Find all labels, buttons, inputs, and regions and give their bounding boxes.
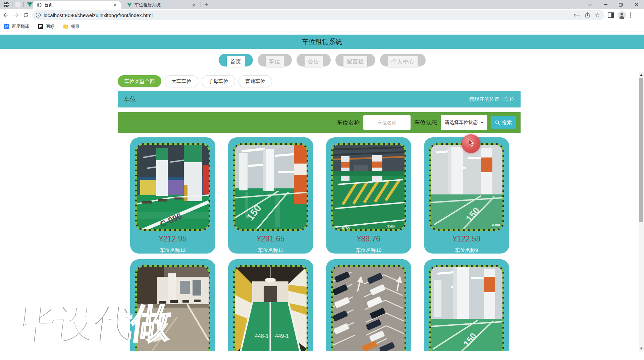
site-header: 车位租赁系统 [0, 35, 644, 49]
parking-photo: 448-1 449-1 [233, 265, 308, 355]
back-button[interactable] [1, 11, 10, 19]
scroll-up-arrow[interactable] [639, 72, 644, 78]
parking-card[interactable]: 150 [424, 259, 509, 360]
name-field-label: 车位名称 [337, 119, 360, 127]
window-controls [582, 0, 644, 9]
parking-card[interactable]: 498 499 ¥89.76 车位名称10 [326, 137, 411, 254]
address-bar[interactable]: localhost:8080/cheweizulinxitong/front/i… [32, 10, 604, 20]
tab-close-icon[interactable] [112, 2, 117, 8]
reload-button[interactable] [21, 11, 30, 19]
section-title: 车位 [124, 95, 136, 103]
nav-label: 留言板 [343, 56, 367, 68]
parking-card[interactable] [326, 259, 411, 360]
search-bar: 车位名称 车位状态 请选择车位状态 搜索 [118, 112, 521, 133]
close-button[interactable] [629, 0, 644, 9]
parking-card[interactable]: 150 ¥291.65 车位名称11 [228, 137, 313, 254]
scrollbar-thumb[interactable] [639, 78, 643, 222]
vue-logo-icon[interactable] [27, 2, 33, 7]
bookmark-icons[interactable]: 图标 [38, 24, 54, 30]
browser-tab-strip: 首页 车位租赁系统 [0, 0, 644, 9]
profile-avatar[interactable] [618, 11, 626, 19]
tab-close-icon[interactable] [191, 2, 196, 8]
nav-item-parking[interactable]: 车位 [258, 54, 292, 66]
tab-separator [201, 2, 201, 7]
filter-normal-parking[interactable]: 普通车位 [238, 75, 272, 87]
nav-item-home[interactable]: 首页 [219, 54, 253, 66]
tab-home[interactable]: 首页 [33, 1, 121, 9]
password-key-icon[interactable] [574, 13, 580, 17]
parking-name: 车位名称10 [356, 247, 382, 254]
vue-favicon-icon [127, 3, 132, 7]
bookmark-star-icon[interactable]: ☆ [595, 12, 600, 18]
filter-tandem-parking[interactable]: 子母车位 [202, 75, 235, 87]
parking-card[interactable]: 448-1 449-1 [228, 259, 313, 360]
translate-icon: 译 [4, 24, 9, 29]
nav-item-personal-center[interactable]: 个人中心 [380, 54, 426, 66]
status-select-value: 请选择车位状态 [445, 120, 478, 126]
site-info-icon[interactable] [36, 12, 41, 18]
filter-all-types[interactable]: 车位类型全部 [118, 75, 161, 87]
bookmark-label: 图标 [46, 24, 54, 30]
tab-separator [122, 2, 122, 7]
bookmarks-bar: 译百度翻译 图标 项目 [0, 21, 644, 32]
blank-favicon[interactable] [15, 2, 20, 7]
nav-item-announcement[interactable]: 公告 [297, 54, 331, 66]
tab-title: 首页 [44, 2, 109, 8]
floor-marking: 499 [386, 223, 395, 229]
filter-label: 子母车位 [208, 78, 228, 85]
scroll-down-arrow[interactable] [639, 346, 644, 351]
floor-marking: 449-1 [275, 333, 289, 339]
status-select[interactable]: 请选择车位状态 [441, 115, 487, 130]
viewport-clip [0, 351, 639, 360]
new-tab-button[interactable] [202, 0, 211, 9]
minimize-button[interactable] [598, 0, 613, 9]
filter-label: 车位类型全部 [124, 78, 155, 85]
nav-label: 首页 [227, 56, 245, 68]
cursor-highlight [462, 134, 480, 153]
parking-name: 车位名称11 [258, 247, 283, 254]
browser-toolbar: localhost:8080/cheweizulinxitong/front/i… [0, 9, 644, 21]
main-nav: 首页 车位 公告 留言板 个人中心 [0, 54, 644, 66]
tab-separator [12, 2, 12, 7]
cursor-arrow-icon [469, 139, 474, 147]
type-filter-bar: 车位类型全部 大车车位 子母车位 普通车位 [118, 75, 272, 87]
restore-button[interactable] [613, 0, 629, 9]
pinned-tabs [0, 2, 33, 7]
parking-photo: 498 499 [331, 143, 406, 231]
parking-name-input[interactable] [363, 115, 411, 130]
chevron-down-icon [480, 121, 484, 124]
nav-label: 个人中心 [388, 56, 418, 68]
bookmark-project[interactable]: 项目 [63, 24, 79, 30]
image-icon [38, 24, 43, 29]
nav-label: 公告 [305, 56, 323, 68]
filter-label: 普通车位 [245, 78, 265, 85]
filter-label: 大车车位 [171, 78, 192, 85]
parking-photo: 150 [429, 143, 504, 231]
filter-large-parking[interactable]: 大车车位 [165, 75, 198, 87]
parking-card[interactable]: C-096 ¥212.95 车位名称12 [130, 137, 215, 254]
floor-marking: 498 [341, 225, 350, 230]
globe-dark-icon[interactable] [3, 2, 9, 7]
breadcrumb: 车位 您现在的位置：车位 [118, 91, 521, 107]
url-text[interactable]: localhost:8080/cheweizulinxitong/front/i… [44, 12, 574, 18]
forward-button[interactable] [11, 11, 20, 19]
bookmark-baidu-translate[interactable]: 译百度翻译 [4, 24, 29, 30]
search-button[interactable]: 搜索 [491, 116, 516, 129]
tab-search-icon[interactable] [582, 0, 598, 9]
parking-name: 车位名称9 [455, 247, 478, 254]
share-icon[interactable] [585, 12, 590, 18]
menu-dots-icon[interactable] [630, 12, 631, 18]
parking-card[interactable]: 150 ¥122.59 车位名称9 [424, 137, 509, 254]
nav-item-message-board[interactable]: 留言板 [335, 54, 375, 66]
side-panel-icon[interactable] [608, 12, 614, 18]
parking-price: ¥212.95 [159, 234, 186, 243]
parking-photo: C-096 [135, 143, 210, 231]
content-scrollbar[interactable] [639, 72, 644, 351]
tab-separator [23, 2, 24, 7]
breadcrumb-location: 您现在的位置：车位 [469, 96, 515, 102]
parking-photo: 150 [429, 265, 504, 355]
parking-photo [331, 265, 406, 355]
parking-name: 车位名称12 [160, 247, 186, 254]
tab-parking-system[interactable]: 车位租赁系统 [123, 1, 200, 9]
bookmark-label: 项目 [71, 24, 79, 30]
